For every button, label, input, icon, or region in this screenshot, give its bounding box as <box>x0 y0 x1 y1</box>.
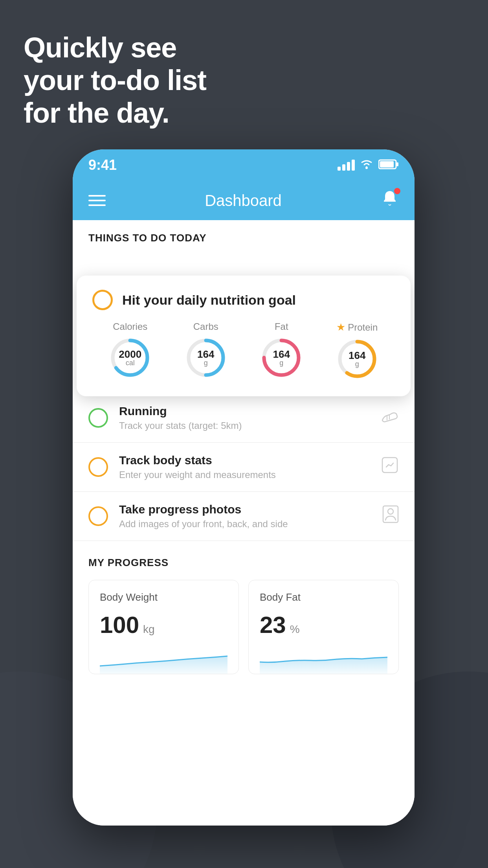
things-to-do-header: THINGS TO DO TODAY <box>88 232 207 244</box>
todo-item-photos[interactable]: Take progress photos Add images of your … <box>73 492 415 541</box>
progress-header: MY PROGRESS <box>88 557 399 569</box>
todo-text-photos: Take progress photos Add images of your … <box>119 503 371 530</box>
todo-sub-running: Track your stats (target: 5km) <box>119 420 370 431</box>
section-header: THINGS TO DO TODAY <box>73 220 415 252</box>
nutrition-stats: Calories 2000 cal <box>92 321 395 381</box>
body-fat-value-row: 23 % <box>260 611 387 638</box>
carbs-ring: 164 g <box>184 336 227 379</box>
fat-ring: 164 g <box>260 336 303 379</box>
body-fat-card: Body Fat 23 % <box>248 580 399 674</box>
protein-label: ★ Protein <box>336 321 378 333</box>
progress-section: MY PROGRESS Body Weight 100 kg <box>73 541 415 674</box>
signal-icon <box>338 160 355 171</box>
battery-icon <box>378 159 399 171</box>
fat-label: Fat <box>275 321 288 332</box>
svg-rect-2 <box>380 161 394 167</box>
nutrition-check-circle[interactable] <box>92 290 113 310</box>
card-title-row: Hit your daily nutrition goal <box>92 290 395 310</box>
body-weight-title: Body Weight <box>100 591 227 603</box>
star-icon: ★ <box>336 321 345 333</box>
todo-circle-running <box>88 408 108 428</box>
todo-circle-photos <box>88 506 108 526</box>
todo-sub-photos: Add images of your front, back, and side <box>119 519 371 530</box>
todo-title-running: Running <box>119 405 370 418</box>
shoe-icon <box>381 408 399 427</box>
headline: Quickly see your to-do list for the day. <box>24 31 206 129</box>
hamburger-menu[interactable] <box>88 195 106 206</box>
body-weight-chart <box>100 646 227 674</box>
bell-icon[interactable] <box>381 189 399 211</box>
person-icon <box>382 505 399 527</box>
calories-ring: 2000 cal <box>108 336 152 379</box>
protein-ring: 164 g <box>336 337 379 381</box>
body-weight-card: Body Weight 100 kg <box>88 580 239 674</box>
nutrition-calories: Calories 2000 cal <box>108 321 152 379</box>
todo-text-running: Running Track your stats (target: 5km) <box>119 405 370 431</box>
body-fat-chart <box>260 646 387 674</box>
nutrition-card: Hit your daily nutrition goal Calories <box>77 276 411 396</box>
todo-text-body-stats: Track body stats Enter your weight and m… <box>119 454 370 480</box>
nav-title: Dashboard <box>205 192 282 210</box>
nutrition-card-title: Hit your daily nutrition goal <box>122 292 296 308</box>
todo-item-body-stats[interactable]: Track body stats Enter your weight and m… <box>73 443 415 492</box>
body-weight-value: 100 <box>100 611 139 638</box>
nav-bar: Dashboard <box>73 181 415 220</box>
nutrition-protein: ★ Protein 164 g <box>336 321 379 381</box>
calories-label: Calories <box>113 321 147 332</box>
status-time: 9:41 <box>88 157 117 173</box>
body-fat-value: 23 <box>260 611 286 638</box>
body-weight-unit: kg <box>143 623 155 636</box>
carbs-label: Carbs <box>193 321 218 332</box>
status-bar: 9:41 <box>73 149 415 181</box>
wifi-icon <box>360 158 374 172</box>
body-fat-unit: % <box>290 623 300 636</box>
phone-content: THINGS TO DO TODAY Hit your daily nutrit… <box>73 220 415 826</box>
svg-point-0 <box>365 167 368 169</box>
scale-icon <box>381 456 399 478</box>
progress-cards: Body Weight 100 kg <box>88 580 399 674</box>
svg-rect-3 <box>396 162 398 166</box>
nutrition-carbs: Carbs 164 g <box>184 321 227 379</box>
body-fat-title: Body Fat <box>260 591 387 603</box>
nutrition-fat: Fat 164 g <box>260 321 303 379</box>
todo-list: Running Track your stats (target: 5km) T… <box>73 394 415 541</box>
todo-circle-body-stats <box>88 457 108 477</box>
todo-sub-body-stats: Enter your weight and measurements <box>119 469 370 480</box>
todo-title-photos: Take progress photos <box>119 503 371 516</box>
notification-dot <box>394 188 400 194</box>
body-weight-value-row: 100 kg <box>100 611 227 638</box>
phone-frame: 9:41 <box>73 149 415 826</box>
todo-item-running[interactable]: Running Track your stats (target: 5km) <box>73 394 415 443</box>
svg-point-14 <box>388 509 393 514</box>
status-icons <box>338 158 399 172</box>
todo-title-body-stats: Track body stats <box>119 454 370 467</box>
